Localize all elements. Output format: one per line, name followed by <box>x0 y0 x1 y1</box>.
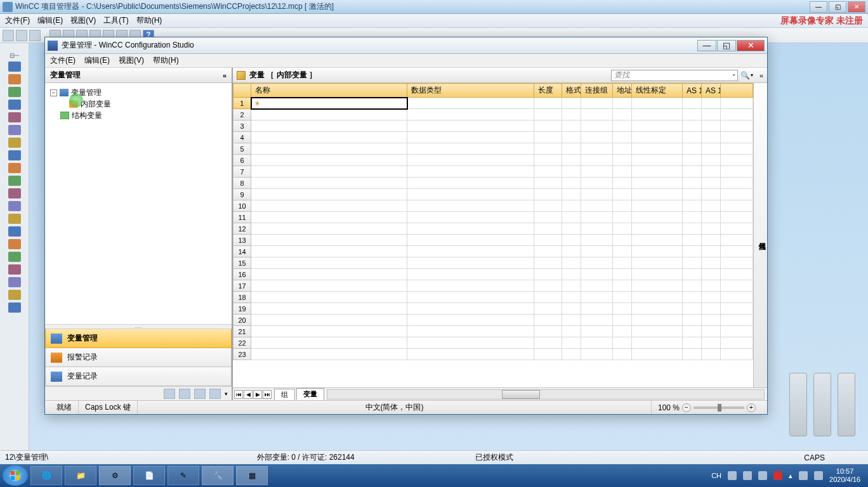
grid-cell[interactable] <box>613 235 632 246</box>
col-conn[interactable]: 连接组 <box>581 84 613 98</box>
grid-cell[interactable] <box>562 337 581 349</box>
grid-cell[interactable] <box>632 246 683 257</box>
taskbar-app[interactable]: 🔧 <box>202 466 233 485</box>
grid-cell[interactable] <box>534 223 562 235</box>
tray-network-icon[interactable] <box>814 471 823 480</box>
grid-cell[interactable] <box>251 120 407 132</box>
grid-cell[interactable] <box>721 257 753 269</box>
grid-cell[interactable] <box>721 326 753 337</box>
row-number[interactable]: 7 <box>233 166 251 178</box>
grid-cell[interactable] <box>683 155 702 166</box>
grid-cell[interactable] <box>407 292 534 303</box>
grid-cell[interactable] <box>407 223 534 235</box>
grid-cell[interactable] <box>702 269 721 280</box>
grid-cell[interactable] <box>407 178 534 189</box>
grid-cell[interactable] <box>581 235 613 246</box>
nav-tool-dropdown-icon[interactable]: ▾ <box>225 391 228 397</box>
sidebar-icon[interactable] <box>8 277 21 287</box>
menu-help[interactable]: 帮助(H) <box>136 15 162 26</box>
grid-cell[interactable] <box>562 98 581 109</box>
grid-cell[interactable] <box>581 326 613 337</box>
grid-cell[interactable] <box>702 178 721 189</box>
grid-cell[interactable] <box>613 132 632 143</box>
menu-edit[interactable]: 编辑(E) <box>37 15 63 26</box>
child-minimize-button[interactable]: — <box>697 40 716 51</box>
grid-cell[interactable] <box>581 109 613 120</box>
grid-cell[interactable] <box>721 303 753 315</box>
grid-cell[interactable] <box>683 349 702 360</box>
row-number[interactable]: 6 <box>233 155 251 166</box>
grid-cell[interactable] <box>581 337 613 349</box>
col-as1[interactable]: AS 1 <box>683 84 702 98</box>
collapse-left-icon[interactable]: « <box>223 72 227 79</box>
grid-cell[interactable] <box>534 166 562 178</box>
taskbar-explorer[interactable]: 📁 <box>65 466 96 485</box>
sidebar-icon[interactable] <box>8 62 21 72</box>
toolbar-icon[interactable] <box>29 30 41 41</box>
child-menu-file[interactable]: 文件(E) <box>50 55 76 66</box>
sidebar-icon[interactable] <box>8 125 21 135</box>
tree-view[interactable]: − 变量管理 内部变量 结构变量 <box>45 83 232 324</box>
nav-tool-icon[interactable] <box>164 389 175 399</box>
grid-cell[interactable] <box>534 235 562 246</box>
grid-cell[interactable] <box>251 166 407 178</box>
row-number[interactable]: 14 <box>233 246 251 257</box>
grid-cell[interactable] <box>702 223 721 235</box>
sidebar-icon[interactable] <box>8 290 21 300</box>
taskbar-app[interactable]: ⚙ <box>99 466 131 485</box>
grid-cell[interactable] <box>632 280 683 292</box>
grid-cell[interactable] <box>613 303 632 315</box>
grid-cell[interactable] <box>581 120 613 132</box>
grid-cell[interactable] <box>683 303 702 315</box>
col-format[interactable]: 格式 <box>562 84 581 98</box>
grid-cell[interactable] <box>632 326 683 337</box>
grid-cell[interactable] <box>702 315 721 326</box>
grid-cell[interactable] <box>613 166 632 178</box>
grid-cell[interactable] <box>562 120 581 132</box>
collapse-right-icon[interactable]: « <box>760 72 763 79</box>
row-number[interactable]: 8 <box>233 178 251 189</box>
grid-cell[interactable] <box>407 132 534 143</box>
grid-cell[interactable] <box>534 132 562 143</box>
grid-cell[interactable] <box>702 132 721 143</box>
grid-cell[interactable] <box>721 143 753 155</box>
grid-cell[interactable] <box>251 269 407 280</box>
grid-cell[interactable] <box>251 155 407 166</box>
grid-cell[interactable] <box>683 120 702 132</box>
sidebar-icon[interactable] <box>8 239 21 249</box>
grid-cell[interactable] <box>613 120 632 132</box>
grid-cell[interactable] <box>683 143 702 155</box>
grid-cell[interactable] <box>702 280 721 292</box>
grid-cell[interactable] <box>721 132 753 143</box>
grid-cell[interactable] <box>721 269 753 280</box>
grid-cell[interactable] <box>581 155 613 166</box>
grid-cell[interactable] <box>562 223 581 235</box>
grid-cell[interactable] <box>581 315 613 326</box>
grid-cell[interactable] <box>407 235 534 246</box>
expand-icon[interactable]: − <box>50 89 57 96</box>
grid-cell[interactable] <box>632 349 683 360</box>
grid-cell[interactable] <box>581 349 613 360</box>
grid-cell[interactable] <box>251 326 407 337</box>
grid-cell[interactable] <box>251 223 407 235</box>
grid-cell[interactable] <box>702 337 721 349</box>
grid-cell[interactable] <box>251 303 407 315</box>
grid-cell[interactable] <box>721 315 753 326</box>
row-number[interactable]: 15 <box>233 257 251 269</box>
grid-cell[interactable] <box>683 98 702 109</box>
row-number[interactable]: 4 <box>233 132 251 143</box>
grid-cell[interactable] <box>251 132 407 143</box>
ime-indicator[interactable]: CH <box>711 472 721 479</box>
grid-cell[interactable] <box>562 326 581 337</box>
grid-cell[interactable] <box>534 337 562 349</box>
grid-cell[interactable] <box>613 178 632 189</box>
grid-cell[interactable] <box>683 132 702 143</box>
row-number[interactable]: 12 <box>233 223 251 235</box>
grid-cell[interactable] <box>407 337 534 349</box>
tray-clock[interactable]: 10:57 2020/4/16 <box>829 467 860 484</box>
col-datatype[interactable]: 数据类型 <box>407 84 534 98</box>
grid-cell[interactable] <box>581 303 613 315</box>
grid-cell[interactable] <box>702 292 721 303</box>
grid-cell[interactable] <box>721 337 753 349</box>
grid-cell[interactable] <box>721 235 753 246</box>
